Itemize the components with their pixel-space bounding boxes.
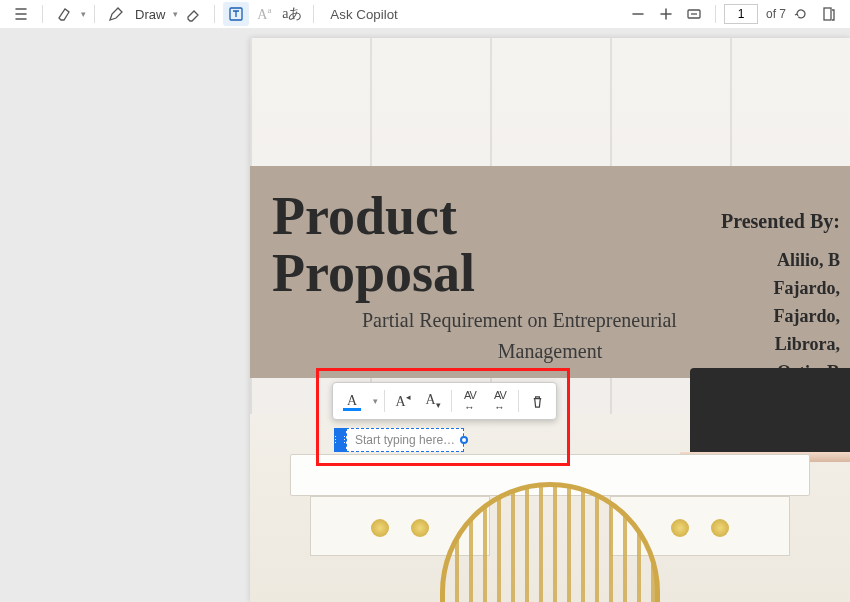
author-name: Fajardo, bbox=[721, 275, 840, 303]
divider bbox=[715, 5, 716, 23]
font-color-dropdown[interactable]: ▾ bbox=[367, 387, 381, 415]
page-view-icon bbox=[821, 6, 837, 22]
plus-icon bbox=[658, 6, 674, 22]
pen-icon bbox=[108, 6, 124, 22]
text-input-placeholder[interactable]: Start typing here… bbox=[346, 428, 464, 452]
spacing-decrease-icon: AV↔ bbox=[494, 389, 506, 413]
trash-icon bbox=[530, 394, 545, 409]
rotate-button[interactable] bbox=[788, 2, 814, 26]
font-color-button[interactable]: A bbox=[337, 387, 367, 415]
author-name: Fajardo, bbox=[721, 303, 840, 331]
divider bbox=[518, 390, 519, 412]
list-icon bbox=[13, 6, 29, 22]
draw-label[interactable]: Draw bbox=[135, 7, 165, 22]
text-entry-container[interactable]: Start typing here… bbox=[334, 428, 468, 452]
document-stage: Product Proposal Partial Requirement on … bbox=[0, 28, 850, 602]
text-box-icon bbox=[228, 6, 244, 22]
pdf-page[interactable]: Product Proposal Partial Requirement on … bbox=[250, 38, 850, 602]
zoom-out-button[interactable] bbox=[625, 2, 651, 26]
highlighter-icon bbox=[56, 6, 72, 22]
divider bbox=[313, 5, 314, 23]
divider bbox=[451, 390, 452, 412]
chevron-down-icon[interactable]: ▾ bbox=[81, 9, 86, 19]
eraser-button[interactable] bbox=[180, 2, 206, 26]
fit-icon bbox=[686, 6, 702, 22]
drag-handle[interactable] bbox=[334, 428, 346, 452]
page-total-label: of 7 bbox=[766, 7, 786, 21]
rotate-icon bbox=[793, 6, 809, 22]
chevron-down-icon: ▾ bbox=[373, 396, 378, 406]
ask-copilot-button[interactable]: Ask Copilot bbox=[322, 2, 405, 26]
font-icon: Aa bbox=[257, 5, 271, 23]
font-color-icon: A bbox=[347, 393, 357, 409]
divider bbox=[94, 5, 95, 23]
highlighter-button[interactable] bbox=[51, 2, 77, 26]
increase-font-button[interactable]: A◂ bbox=[388, 387, 418, 415]
increase-font-icon: A◂ bbox=[395, 392, 410, 410]
translate-button[interactable]: aあ bbox=[279, 2, 305, 26]
delete-text-button[interactable] bbox=[522, 387, 552, 415]
copilot-label: Ask Copilot bbox=[330, 7, 397, 22]
increase-spacing-button[interactable]: AV↔ bbox=[455, 387, 485, 415]
decrease-spacing-button[interactable]: AV↔ bbox=[485, 387, 515, 415]
pen-button[interactable] bbox=[103, 2, 129, 26]
divider bbox=[214, 5, 215, 23]
chevron-down-icon[interactable]: ▾ bbox=[173, 9, 178, 19]
font-style-button: Aa bbox=[251, 2, 277, 26]
page-number-input[interactable] bbox=[724, 4, 758, 24]
main-toolbar: ▾ Draw ▾ Aa aあ Ask Copilot bbox=[0, 0, 850, 28]
presented-by-block: Presented By: Alilio, B Fajardo, Fajardo… bbox=[721, 210, 840, 386]
font-color-swatch bbox=[343, 408, 361, 411]
zoom-in-button[interactable] bbox=[653, 2, 679, 26]
divider bbox=[42, 5, 43, 23]
svg-rect-2 bbox=[824, 8, 831, 20]
fit-width-button[interactable] bbox=[681, 2, 707, 26]
decrease-font-icon: A▾ bbox=[425, 392, 440, 410]
author-name: Alilio, B bbox=[721, 247, 840, 275]
author-name: Librora, bbox=[721, 331, 840, 359]
add-text-button[interactable] bbox=[223, 2, 249, 26]
decrease-font-button[interactable]: A▾ bbox=[418, 387, 448, 415]
text-format-toolbar: A ▾ A◂ A▾ AV↔ AV↔ bbox=[332, 382, 557, 420]
sidebar-panel bbox=[0, 28, 250, 602]
table-of-contents-button[interactable] bbox=[8, 2, 34, 26]
page-view-button[interactable] bbox=[816, 2, 842, 26]
eraser-icon bbox=[185, 6, 201, 22]
resize-handle[interactable] bbox=[460, 436, 468, 444]
presented-by-label: Presented By: bbox=[721, 210, 840, 233]
spacing-increase-icon: AV↔ bbox=[464, 389, 476, 413]
translate-icon: aあ bbox=[282, 5, 302, 23]
minus-icon bbox=[630, 6, 646, 22]
divider bbox=[384, 390, 385, 412]
laptop-graphic bbox=[690, 368, 850, 454]
